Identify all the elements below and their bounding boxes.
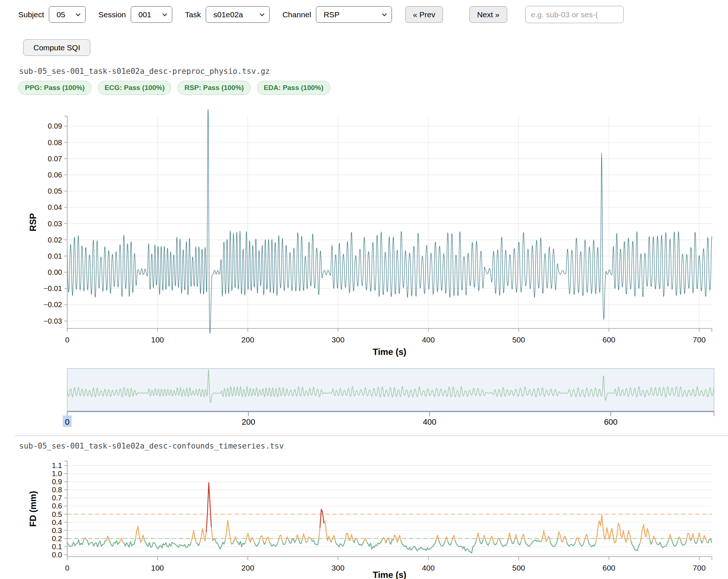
fd-chart: 1.11.00.90.80.70.60.50.40.30.20.10.00100… (15, 456, 718, 579)
session-select-wrap: 001 (131, 6, 172, 23)
task-select[interactable]: s01e02a (206, 6, 270, 23)
confounds-filename: sub-05_ses-001_task-s01e02a_desc-confoun… (19, 442, 284, 450)
svg-text:600: 600 (604, 417, 617, 427)
y-axis-title: FD (mm) (28, 491, 38, 526)
svg-text:0.9: 0.9 (52, 478, 62, 486)
toolbar: Subject 05 Session 001 Task s01e02a Chan… (18, 6, 624, 23)
search-input[interactable] (525, 6, 624, 23)
physio-filename: sub-05_ses-001_task-s01e02a_desc-preproc… (19, 67, 270, 76)
svg-text:0.06: 0.06 (48, 171, 62, 179)
svg-text:0.09: 0.09 (48, 122, 62, 130)
svg-text:1.1: 1.1 (52, 461, 62, 470)
svg-text:0: 0 (65, 335, 69, 344)
svg-text:0.05: 0.05 (48, 187, 62, 195)
svg-text:0.08: 0.08 (48, 139, 62, 147)
svg-text:0.07: 0.07 (48, 155, 62, 163)
svg-text:100: 100 (151, 335, 164, 344)
axis-lines: 0.090.080.070.060.050.040.030.020.010.00… (28, 116, 712, 357)
svg-text:0.4: 0.4 (52, 518, 62, 526)
channel-select-wrap: RSP (316, 6, 392, 23)
svg-text:0.8: 0.8 (52, 486, 62, 494)
svg-text:400: 400 (422, 564, 435, 572)
svg-text:0.7: 0.7 (52, 494, 62, 502)
svg-text:0.0: 0.0 (52, 551, 62, 559)
badge-eda: EDA: Pass (100%) (257, 81, 330, 95)
sqi-badges: PPG: Pass (100%) ECG: Pass (100%) RSP: P… (18, 81, 330, 95)
svg-text:1.0: 1.0 (52, 470, 62, 478)
svg-text:200: 200 (241, 564, 254, 572)
prev-button[interactable]: « Prev (405, 6, 443, 23)
svg-text:500: 500 (512, 564, 525, 572)
y-axis-title: RSP (28, 213, 38, 231)
svg-text:0.2: 0.2 (52, 535, 62, 543)
compute-sqi-button[interactable]: Compute SQI (23, 39, 90, 56)
svg-text:−0.02: −0.02 (43, 301, 62, 309)
task-select-wrap: s01e02a (206, 6, 270, 23)
svg-text:600: 600 (602, 564, 615, 572)
svg-text:0.04: 0.04 (48, 203, 62, 211)
svg-text:200: 200 (241, 335, 254, 344)
svg-text:−0.01: −0.01 (43, 284, 62, 292)
svg-text:100: 100 (151, 564, 164, 572)
svg-text:200: 200 (242, 417, 255, 427)
svg-text:500: 500 (512, 335, 525, 344)
fd-series (84, 515, 707, 544)
badge-rsp: RSP: Pass (100%) (178, 81, 251, 95)
svg-text:0.6: 0.6 (52, 502, 62, 510)
svg-text:0.3: 0.3 (52, 526, 62, 535)
svg-text:700: 700 (693, 564, 706, 572)
svg-text:700: 700 (693, 335, 706, 344)
badge-ppg: PPG: Pass (100%) (18, 81, 91, 95)
rsp-signal-chart[interactable]: 0.090.080.070.060.050.040.030.020.010.00… (15, 109, 718, 365)
svg-text:−0.03: −0.03 (43, 317, 62, 325)
svg-text:0.03: 0.03 (48, 220, 62, 228)
svg-text:300: 300 (332, 335, 345, 344)
svg-text:0: 0 (65, 564, 69, 572)
x-axis-title: Time (s) (373, 347, 407, 357)
session-select[interactable]: 001 (131, 6, 172, 23)
channel-label: Channel (282, 10, 311, 19)
svg-text:0.00: 0.00 (48, 268, 62, 276)
task-label: Task (185, 10, 201, 19)
axis-lines: 1.11.00.90.80.70.60.50.40.30.20.10.00100… (28, 461, 712, 579)
next-button[interactable]: Next » (469, 6, 507, 23)
rsp-series (67, 109, 712, 334)
channel-select[interactable]: RSP (316, 6, 392, 23)
svg-text:0: 0 (65, 417, 69, 427)
svg-text:300: 300 (332, 564, 345, 572)
svg-text:600: 600 (602, 335, 615, 344)
section-divider (15, 435, 728, 436)
svg-text:400: 400 (423, 417, 436, 427)
overview-navigator[interactable]: 0200400600 (15, 366, 718, 431)
badge-ecg: ECG: Pass (100%) (98, 81, 172, 95)
subject-label: Subject (18, 10, 44, 19)
axes (67, 116, 712, 328)
svg-text:0.01: 0.01 (48, 252, 62, 260)
svg-text:0.5: 0.5 (52, 510, 62, 518)
x-axis-title: Time (s) (373, 570, 407, 579)
svg-text:400: 400 (422, 335, 435, 344)
subject-select-wrap: 05 (49, 6, 86, 23)
subject-select[interactable]: 05 (49, 6, 86, 23)
session-label: Session (98, 10, 126, 19)
svg-text:0.02: 0.02 (48, 236, 62, 244)
physio-qc-dashboard: Subject 05 Session 001 Task s01e02a Chan… (0, 0, 728, 579)
svg-text:0.1: 0.1 (52, 543, 62, 551)
